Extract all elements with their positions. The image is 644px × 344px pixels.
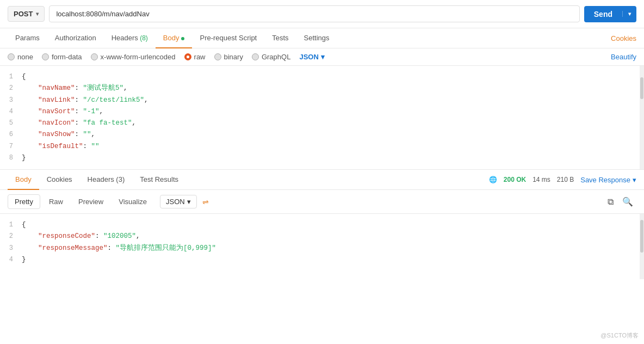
body-type-bar: none form-data x-www-form-urlencoded raw…: [0, 48, 644, 66]
body-type-form-data[interactable]: form-data: [42, 53, 82, 61]
tab-headers[interactable]: Headers (8): [104, 28, 156, 48]
code-line: 1{: [0, 71, 644, 83]
copy-button[interactable]: ⧉: [604, 195, 617, 209]
tab-tests[interactable]: Tests: [264, 28, 296, 48]
save-response-button[interactable]: Save Response ▾: [580, 176, 636, 184]
code-line: 3 "responseMessage": "导航排序范围只能为[0,999]": [0, 243, 644, 254]
body-dot: [181, 37, 184, 40]
code-line: 5 "navIcon": "fa fa-test",: [0, 118, 644, 129]
response-view-bar: Pretty Raw Preview Visualize JSON ▾ ⇌ ⧉ …: [0, 190, 644, 214]
code-line: 8}: [0, 152, 644, 164]
send-label: Send: [584, 10, 622, 19]
code-line: 1{: [0, 219, 644, 231]
globe-icon: 🌐: [489, 176, 497, 183]
response-tab-bar: Body Cookies Headers (3) Test Results 🌐 …: [0, 170, 644, 190]
radio-none: [8, 53, 15, 60]
body-type-raw[interactable]: raw: [184, 53, 206, 61]
radio-binary: [214, 53, 221, 60]
body-type-binary[interactable]: binary: [214, 53, 243, 61]
body-type-none[interactable]: none: [8, 53, 33, 61]
view-tab-raw[interactable]: Raw: [42, 195, 70, 208]
beautify-button[interactable]: Beautify: [611, 53, 636, 61]
response-tab-test-results[interactable]: Test Results: [132, 170, 186, 190]
url-input[interactable]: [49, 5, 579, 22]
body-type-urlencoded[interactable]: x-www-form-urlencoded: [91, 53, 176, 61]
body-type-graphql[interactable]: GraphQL: [252, 53, 290, 61]
view-tab-visualize[interactable]: Visualize: [112, 195, 153, 208]
view-tab-pretty[interactable]: Pretty: [8, 194, 40, 209]
response-size: 210 B: [557, 176, 574, 183]
tab-pre-request[interactable]: Pre-request Script: [192, 28, 264, 48]
radio-urlencoded: [91, 53, 98, 60]
request-tab-bar: Params Authorization Headers (8) Body Pr…: [0, 28, 644, 48]
code-line: 2 "responseCode": "102005",: [0, 231, 644, 242]
code-line: 6 "navShow": "",: [0, 129, 644, 140]
tab-params[interactable]: Params: [8, 28, 47, 48]
code-line: 3 "navLink": "/c/test/link5",: [0, 95, 644, 106]
method-select[interactable]: POST ▾: [8, 6, 45, 22]
code-line: 2 "navName": "测试导航5",: [0, 83, 644, 94]
radio-graphql: [252, 53, 259, 60]
response-tab-headers[interactable]: Headers (3): [80, 170, 133, 190]
view-tab-preview[interactable]: Preview: [72, 195, 110, 208]
code-line: 7 "isDefault": "": [0, 141, 644, 152]
radio-form-data: [42, 53, 49, 60]
send-arrow: ▾: [622, 11, 636, 17]
url-bar: POST ▾ Send ▾: [0, 0, 644, 28]
tab-authorization[interactable]: Authorization: [47, 28, 104, 48]
response-meta: 🌐 200 OK 14 ms 210 B Save Response ▾: [489, 176, 636, 184]
method-arrow: ▾: [36, 11, 39, 17]
send-button[interactable]: Send ▾: [584, 6, 636, 22]
response-time: 14 ms: [532, 176, 550, 183]
response-tab-body[interactable]: Body: [8, 170, 39, 190]
search-button[interactable]: 🔍: [619, 194, 636, 209]
cookies-link[interactable]: Cookies: [611, 34, 636, 42]
response-format-select[interactable]: JSON ▾: [160, 195, 197, 208]
tab-body[interactable]: Body: [156, 28, 193, 48]
status-badge: 200 OK: [504, 176, 526, 183]
radio-raw: [184, 53, 191, 60]
wrap-lines-button[interactable]: ⇌: [199, 195, 212, 208]
json-format-select[interactable]: JSON ▾: [299, 53, 324, 61]
tab-settings[interactable]: Settings: [296, 28, 337, 48]
code-line: 4}: [0, 254, 644, 266]
method-label: POST: [14, 10, 33, 18]
response-code-editor[interactable]: 1{2 "responseCode": "102005",3 "response…: [0, 214, 644, 279]
response-tab-cookies[interactable]: Cookies: [39, 170, 80, 190]
request-code-editor[interactable]: 1{2 "navName": "测试导航5",3 "navLink": "/c/…: [0, 66, 644, 170]
code-line: 4 "navSort": "-1",: [0, 106, 644, 118]
